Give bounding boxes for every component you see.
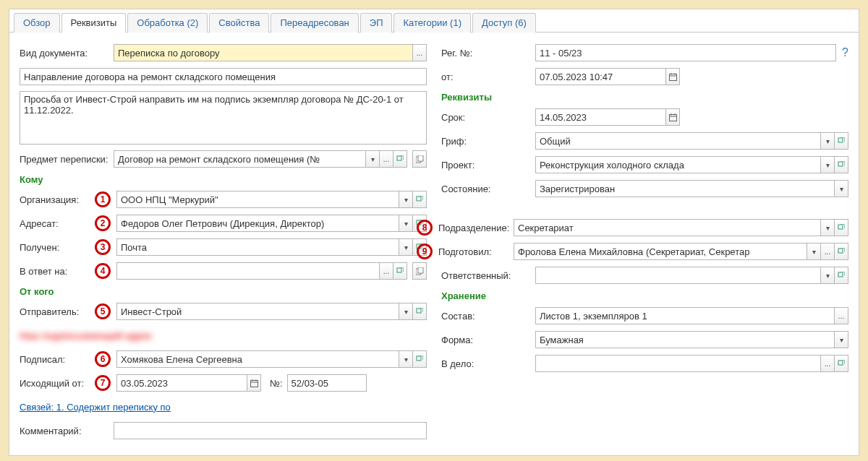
from-date-input[interactable]	[535, 68, 666, 85]
corr-subject-copy-button[interactable]	[412, 150, 427, 168]
links-link[interactable]: Связей: 1. Содержит переписку по	[20, 402, 171, 413]
addressee-combo[interactable]: Федоров Олег Петрович (Дирекция, Директо…	[116, 215, 399, 232]
signed-open-button[interactable]	[412, 350, 427, 368]
org-open-button[interactable]	[412, 191, 427, 208]
corr-subject-select-button[interactable]: ...	[379, 150, 393, 168]
project-dropdown-button[interactable]: ▾	[820, 156, 835, 173]
body-textarea[interactable]: Просьба от Инвест-Строй направить им на …	[20, 91, 427, 145]
from-date-calendar-button[interactable]	[665, 68, 680, 85]
grif-open-button[interactable]	[834, 132, 848, 150]
regnum-input[interactable]	[535, 44, 836, 61]
svg-rect-24	[838, 162, 843, 166]
tab-processing[interactable]: Обработка (2)	[127, 13, 208, 33]
project-combo[interactable]: Реконструкция холодного склада	[535, 156, 821, 173]
section-req-header: Реквизиты	[441, 92, 848, 103]
org-dropdown-button[interactable]: ▾	[399, 191, 413, 208]
prepared-label: Подготовил:	[438, 246, 514, 257]
received-dropdown-button[interactable]: ▾	[399, 238, 413, 256]
out-date-calendar-button[interactable]	[247, 374, 261, 392]
signed-combo[interactable]: Хомякова Елена Сергеевна	[116, 350, 399, 368]
tab-properties[interactable]: Свойства	[209, 13, 269, 33]
tab-esign[interactable]: ЭП	[360, 13, 393, 33]
in-reply-label: В ответ на:	[20, 266, 89, 277]
deadline-calendar-button[interactable]	[665, 108, 680, 126]
annotation-badge-1: 1	[95, 191, 111, 207]
form-dropdown-button[interactable]: ▾	[834, 331, 848, 348]
received-label: Получен:	[20, 242, 89, 253]
deadline-input[interactable]	[535, 108, 666, 126]
grif-combo[interactable]: Общий	[535, 132, 821, 150]
svg-rect-25	[838, 225, 843, 229]
org-label: Организация:	[20, 194, 89, 205]
section-storage-header: Хранение	[441, 290, 848, 301]
dept-combo[interactable]: Секретариат	[514, 219, 821, 236]
corr-subject-label: Предмет переписки:	[20, 154, 114, 165]
svg-rect-8	[418, 267, 423, 273]
status-dropdown-button[interactable]: ▾	[834, 180, 848, 197]
signed-label: Подписал:	[20, 354, 89, 365]
in-case-open-button[interactable]	[834, 355, 848, 372]
prepared-combo[interactable]: Фролова Елена Михайловна (Секретариат, С…	[514, 243, 807, 260]
in-reply-select-button[interactable]: ...	[379, 262, 393, 280]
sender-open-button[interactable]	[412, 303, 427, 320]
svg-rect-11	[250, 380, 258, 387]
tab-categories[interactable]: Категории (1)	[393, 13, 471, 33]
corr-subject-dropdown-button[interactable]: ▾	[365, 150, 380, 168]
form-combo[interactable]: Бумажная	[535, 331, 835, 348]
regnum-label: Рег. №:	[441, 48, 535, 59]
svg-rect-10	[417, 356, 421, 361]
corr-subject-combo[interactable]: Договор на ремонт складского помещения (…	[114, 150, 366, 168]
in-reply-open-button[interactable]	[393, 262, 407, 280]
dept-dropdown-button[interactable]: ▾	[820, 219, 835, 236]
tab-strip: Обзор Реквизиты Обработка (2) Свойства П…	[9, 9, 859, 33]
annotation-badge-2: 2	[95, 215, 111, 231]
responsible-dropdown-button[interactable]: ▾	[820, 267, 835, 284]
deadline-label: Срок:	[441, 112, 535, 123]
status-combo[interactable]: Зарегистрирован	[535, 180, 835, 197]
out-num-label: №:	[270, 378, 283, 389]
svg-rect-9	[417, 309, 421, 313]
annotation-badge-4: 4	[95, 263, 111, 279]
responsible-combo[interactable]	[535, 267, 821, 284]
project-label: Проект:	[441, 160, 535, 171]
redacted-text: Наш подписывающий адрес	[20, 330, 153, 341]
tab-requisites[interactable]: Реквизиты	[61, 13, 127, 33]
corr-subject-open-button[interactable]	[393, 150, 407, 168]
svg-rect-15	[669, 74, 676, 80]
grif-label: Гриф:	[441, 136, 535, 147]
org-combo[interactable]: ООО НПЦ "Меркурий"	[116, 191, 399, 208]
out-num-input[interactable]	[287, 374, 367, 392]
addressee-dropdown-button[interactable]: ▾	[399, 215, 413, 232]
dept-open-button[interactable]	[834, 219, 848, 236]
prepared-dropdown-button[interactable]: ▾	[807, 243, 821, 260]
in-case-select-button[interactable]: ...	[820, 355, 835, 372]
help-icon[interactable]: ?	[842, 46, 848, 59]
sender-combo[interactable]: Инвест-Строй	[116, 303, 399, 320]
tab-forwarded[interactable]: Переадресован	[271, 13, 358, 33]
comment-input[interactable]	[114, 422, 427, 439]
svg-rect-3	[417, 197, 421, 201]
out-date-input[interactable]	[116, 374, 247, 392]
prepared-select-button[interactable]: ...	[820, 243, 835, 260]
signed-dropdown-button[interactable]: ▾	[399, 350, 413, 368]
annotation-badge-5: 5	[95, 303, 111, 319]
svg-rect-0	[397, 156, 401, 160]
svg-rect-23	[838, 138, 843, 142]
composition-select-button[interactable]: ...	[834, 307, 848, 324]
responsible-open-button[interactable]	[834, 267, 848, 284]
sender-dropdown-button[interactable]: ▾	[399, 303, 413, 320]
doc-type-select-button[interactable]: ...	[412, 44, 427, 61]
doc-type-combo[interactable]: Переписка по договору	[114, 44, 413, 61]
tab-overview[interactable]: Обзор	[14, 13, 60, 33]
composition-input[interactable]	[535, 307, 835, 324]
prepared-open-button[interactable]	[834, 243, 848, 260]
received-combo[interactable]: Почта	[116, 238, 399, 256]
tab-access[interactable]: Доступ (6)	[472, 13, 536, 33]
addressee-label: Адресат:	[20, 218, 89, 229]
project-open-button[interactable]	[834, 156, 848, 173]
in-reply-combo[interactable]	[116, 262, 380, 280]
in-case-combo[interactable]	[535, 355, 821, 372]
subject-input[interactable]	[20, 68, 427, 85]
grif-dropdown-button[interactable]: ▾	[820, 132, 835, 150]
in-reply-copy-button[interactable]	[412, 262, 427, 280]
